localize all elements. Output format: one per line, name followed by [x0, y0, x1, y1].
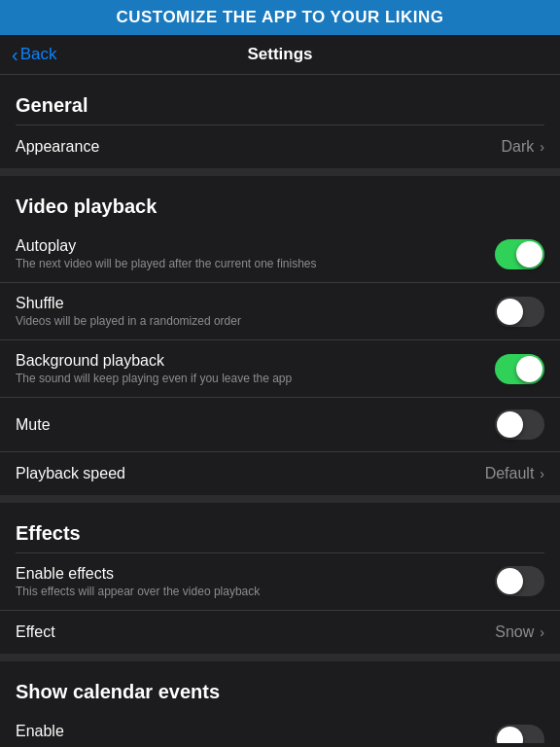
back-button[interactable]: ‹ Back [12, 45, 56, 64]
toggle-enable_calendar[interactable] [495, 725, 544, 744]
sublabel-autoplay: The next video will be played after the … [16, 257, 483, 270]
label-enable_effects: Enable effects [16, 565, 483, 583]
toggle-thumb-background_playback [516, 356, 542, 382]
row-mute[interactable]: Mute [0, 398, 560, 452]
toggle-thumb-autoplay [516, 241, 542, 267]
label-effect: Effect [16, 623, 483, 641]
value-appearance: Dark [502, 138, 535, 156]
promo-banner: CUSTOMIZE THE APP TO YOUR LIKING [0, 0, 560, 35]
toggle-shuffle[interactable] [495, 297, 544, 327]
section-header-general: General [0, 75, 560, 124]
row-playback_speed[interactable]: Playback speedDefault› [0, 452, 560, 495]
label-mute: Mute [16, 416, 483, 434]
chevron-right-icon-appearance: › [540, 139, 544, 155]
section-divider [0, 168, 560, 176]
row-shuffle[interactable]: ShuffleVideos will be played in a random… [0, 283, 560, 340]
row-background_playback[interactable]: Background playbackThe sound will keep p… [0, 340, 560, 398]
navigation-bar: ‹ Back Settings [0, 35, 560, 75]
toggle-thumb-enable_effects [497, 568, 523, 594]
sublabel-enable_effects: This effects will appear over the video … [16, 585, 483, 598]
label-playback_speed: Playback speed [16, 465, 473, 482]
settings-group-general: AppearanceDark› [0, 125, 560, 168]
toggle-thumb-enable_calendar [497, 727, 523, 744]
row-appearance[interactable]: AppearanceDark› [0, 125, 560, 168]
toggle-thumb-shuffle [497, 299, 523, 325]
section-header-video_playback: Video playback [0, 176, 560, 226]
section-divider [0, 495, 560, 503]
toggle-background_playback[interactable] [495, 354, 544, 384]
settings-group-calendar: EnableOnly today events data will be req… [0, 711, 560, 743]
toggle-thumb-mute [497, 411, 523, 438]
toggle-enable_effects[interactable] [495, 566, 544, 596]
back-chevron-icon: ‹ [12, 45, 18, 64]
label-enable_calendar: Enable [16, 723, 483, 740]
toggle-autoplay[interactable] [495, 239, 544, 269]
toggle-mute[interactable] [495, 409, 544, 440]
settings-group-effects: Enable effectsThis effects will appear o… [0, 553, 560, 654]
label-autoplay: Autoplay [16, 237, 483, 255]
row-autoplay[interactable]: AutoplayThe next video will be played af… [0, 226, 560, 283]
row-enable_calendar[interactable]: EnableOnly today events data will be req… [0, 711, 560, 743]
section-header-effects: Effects [0, 503, 560, 552]
settings-content: GeneralAppearanceDark›Video playbackAuto… [0, 75, 560, 743]
sublabel-shuffle: Videos will be played in a randomized or… [16, 314, 483, 328]
section-header-calendar: Show calendar events [0, 661, 560, 711]
page-title: Settings [247, 45, 312, 64]
chevron-right-icon-effect: › [540, 624, 544, 640]
label-background_playback: Background playback [16, 352, 483, 370]
settings-group-video_playback: AutoplayThe next video will be played af… [0, 226, 560, 495]
section-divider [0, 654, 560, 661]
label-appearance: Appearance [16, 138, 490, 156]
sublabel-enable_calendar: Only today events data will be requested… [16, 742, 483, 743]
value-effect: Snow [495, 623, 534, 641]
sublabel-background_playback: The sound will keep playing even if you … [16, 372, 483, 385]
label-shuffle: Shuffle [16, 295, 483, 312]
row-effect[interactable]: EffectSnow› [0, 611, 560, 654]
chevron-right-icon-playback_speed: › [540, 466, 544, 481]
value-playback_speed: Default [485, 465, 535, 482]
row-enable_effects[interactable]: Enable effectsThis effects will appear o… [0, 553, 560, 611]
